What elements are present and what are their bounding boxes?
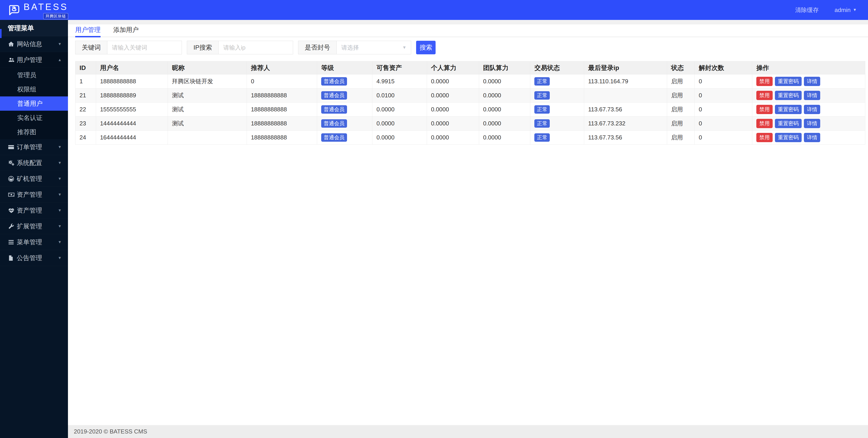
sidebar-item-notice-mgmt[interactable]: 公告管理▼: [0, 250, 68, 266]
cell-actions: 禁用重置密码详情: [752, 89, 865, 103]
disable-button[interactable]: 禁用: [756, 133, 773, 142]
level-badge: 普通会员: [321, 119, 347, 128]
reset-password-button[interactable]: 重置密码: [775, 133, 802, 142]
detail-button[interactable]: 详情: [804, 91, 820, 100]
cell-status: 启用: [667, 131, 694, 145]
sidebar-item-user-mgmt[interactable]: 用户管理▲: [0, 52, 68, 68]
cell-username: 18888888889: [96, 89, 167, 103]
tab-add-user[interactable]: 添加用户: [113, 24, 138, 37]
trade-status-badge: 正常: [534, 91, 550, 100]
user-table-wrap: ID用户名昵称推荐人等级可售资产个人算力团队算力交易状态最后登录ip状态解封次数…: [75, 61, 865, 145]
cell-referrer: 18888888888: [247, 131, 317, 145]
cell-personal-power: 0.0000: [427, 74, 479, 89]
sidebar-subitem[interactable]: 管理员: [0, 68, 68, 82]
clear-cache-button[interactable]: 清除缓存: [795, 6, 818, 14]
sidebar-subitem[interactable]: 实名认证: [0, 111, 68, 125]
reset-password-button[interactable]: 重置密码: [775, 105, 802, 114]
chevron-down-icon: ▼: [58, 208, 62, 213]
detail-button[interactable]: 详情: [804, 105, 820, 114]
trade-status-badge: 正常: [534, 119, 550, 128]
table-row: 2118888888889测试18888888888普通会员0.01000.00…: [75, 89, 865, 103]
ip-search-label: IP搜索: [187, 41, 218, 54]
table-row: 241644444444418888888888普通会员0.00000.0000…: [75, 131, 865, 145]
column-header: 解封次数: [694, 61, 752, 74]
search-button[interactable]: 搜索: [416, 41, 436, 54]
ip-filter-group: IP搜索: [187, 41, 293, 54]
chevron-down-icon: ▼: [58, 192, 62, 197]
cell-team-power: 0.0000: [479, 116, 530, 131]
cell-last-ip: 113.67.73.232: [584, 116, 667, 131]
chevron-down-icon: ▼: [58, 224, 62, 229]
cell-personal-power: 0.0000: [427, 103, 479, 116]
bars-icon: [8, 239, 17, 246]
disable-button[interactable]: 禁用: [756, 91, 773, 100]
disable-button[interactable]: 禁用: [756, 105, 773, 114]
cell-unban-count: 0: [694, 103, 752, 116]
column-header: 个人算力: [427, 61, 479, 74]
sidebar-section-user-mgmt: 用户管理▲管理员权限组普通用户实名认证推荐图: [0, 52, 68, 139]
detail-button[interactable]: 详情: [804, 119, 820, 128]
sidebar-item-label: 资产管理: [17, 190, 42, 199]
sidebar-subitem[interactable]: 权限组: [0, 82, 68, 96]
cell-trade-status: 正常: [530, 89, 584, 103]
cell-referrer: 18888888888: [247, 89, 317, 103]
disable-button[interactable]: 禁用: [756, 77, 773, 86]
cell-nickname: [167, 131, 247, 145]
cell-referrer: 0: [247, 74, 317, 89]
cell-username: 16444444444: [96, 131, 167, 145]
sidebar-item-site-info[interactable]: 网站信息▼: [0, 36, 68, 52]
sidebar-item-extension-mgmt[interactable]: 扩展管理▼: [0, 218, 68, 234]
sidebar-scrollbar[interactable]: [0, 29, 2, 38]
sidebar-header: 管理菜单: [0, 20, 68, 36]
cell-last-ip: 113.67.73.56: [584, 103, 667, 116]
sidebar-item-menu-mgmt[interactable]: 菜单管理▼: [0, 234, 68, 250]
sidebar-subitem[interactable]: 普通用户: [0, 96, 68, 111]
trade-status-badge: 正常: [534, 77, 550, 86]
user-table: ID用户名昵称推荐人等级可售资产个人算力团队算力交易状态最后登录ip状态解封次数…: [75, 61, 865, 145]
sidebar-item-label: 矿机管理: [17, 174, 42, 183]
cell-username: 15555555555: [96, 103, 167, 116]
chevron-up-icon: ▲: [58, 58, 62, 62]
home-icon: [8, 41, 17, 47]
reset-password-button[interactable]: 重置密码: [775, 119, 802, 128]
sidebar-item-miner-mgmt[interactable]: 矿机管理▼: [0, 171, 68, 187]
footer: 2019-2020 © BATESS CMS: [68, 425, 868, 438]
ban-status-select[interactable]: 请选择 ▼: [336, 41, 411, 54]
sidebar-subitem[interactable]: 推荐图: [0, 125, 68, 139]
detail-button[interactable]: 详情: [804, 133, 820, 142]
detail-button[interactable]: 详情: [804, 77, 820, 86]
cell-nickname: 测试: [167, 103, 247, 116]
copyright-text: 2019-2020 © BATESS CMS: [74, 428, 147, 435]
cell-status: 启用: [667, 103, 694, 116]
tab-user-management[interactable]: 用户管理: [75, 24, 100, 37]
cell-personal-power: 0.0000: [427, 89, 479, 103]
cell-status: 启用: [667, 89, 694, 103]
cell-actions: 禁用重置密码详情: [752, 74, 865, 89]
chevron-down-icon: ▼: [853, 8, 857, 12]
sidebar-item-order-mgmt[interactable]: 订单管理▼: [0, 139, 68, 155]
reset-password-button[interactable]: 重置密码: [775, 91, 802, 100]
cell-level: 普通会员: [317, 74, 372, 89]
user-menu[interactable]: admin ▼: [835, 6, 857, 13]
table-row: 118888888888拜腾区块链开发0普通会员4.99150.00000.00…: [75, 74, 865, 89]
cell-unban-count: 0: [694, 74, 752, 89]
cell-id: 1: [75, 74, 96, 89]
cell-id: 21: [75, 89, 96, 103]
filter-bar: 关键词 IP搜索 是否封号 请选择 ▼ 搜索: [75, 41, 865, 54]
cell-nickname: 测试: [167, 89, 247, 103]
column-header: 团队算力: [479, 61, 530, 74]
users-icon: [8, 57, 17, 63]
ip-input[interactable]: [218, 41, 293, 54]
trade-status-badge: 正常: [534, 133, 550, 142]
sidebar-item-asset-mgmt-2[interactable]: 资产管理▼: [0, 203, 68, 218]
reset-password-button[interactable]: 重置密码: [775, 77, 802, 86]
sidebar-item-label: 扩展管理: [17, 222, 42, 231]
keyword-input[interactable]: [107, 41, 182, 54]
cell-trade-status: 正常: [530, 131, 584, 145]
cell-sellable: 4.9915: [372, 74, 427, 89]
sidebar-item-system-config[interactable]: 系统配置▼: [0, 155, 68, 171]
sidebar-item-asset-mgmt-1[interactable]: 资产管理▼: [0, 187, 68, 203]
disable-button[interactable]: 禁用: [756, 119, 773, 128]
keyword-filter-group: 关键词: [75, 41, 182, 54]
main-content: 用户管理添加用户 关键词 IP搜索 是否封号 请选择 ▼ 搜索 ID用户名昵称推…: [68, 20, 868, 438]
